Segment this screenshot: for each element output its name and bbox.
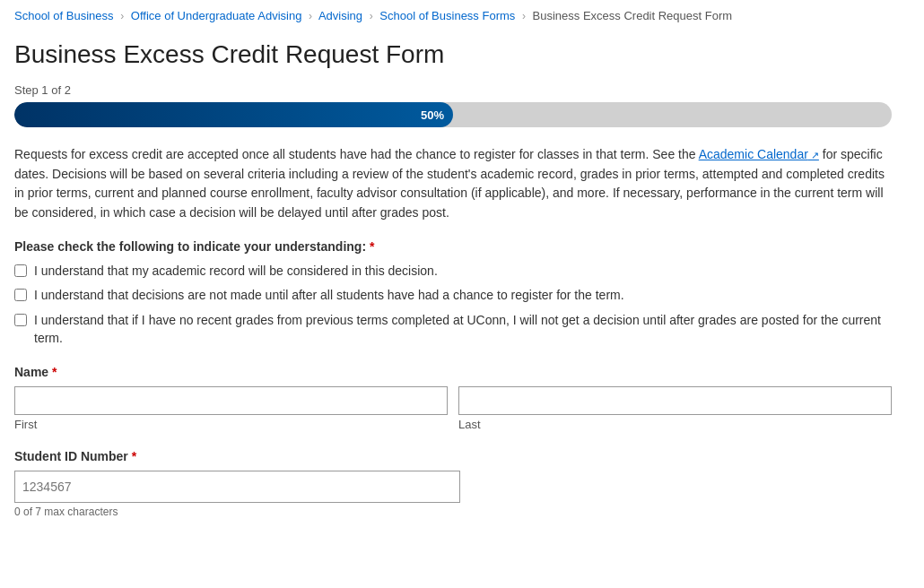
understanding-section: Please check the following to indicate y… — [14, 239, 892, 347]
breadcrumb-link-school[interactable]: School of Business — [14, 9, 114, 22]
char-count: 0 of 7 max characters — [14, 506, 892, 518]
last-name-label: Last — [458, 418, 892, 431]
last-name-group: Last — [458, 386, 892, 431]
checkbox-label-2: I understand that decisions are not made… — [34, 287, 624, 305]
checkbox-item-2[interactable]: I understand that decisions are not made… — [14, 287, 892, 305]
breadcrumb-link-forms[interactable]: School of Business Forms — [379, 9, 515, 22]
step-label: Step 1 of 2 — [14, 83, 892, 97]
student-id-input[interactable] — [14, 471, 460, 503]
progress-bar-label: 50% — [421, 108, 444, 122]
progress-bar-container: 50% — [14, 102, 892, 127]
progress-bar-fill: 50% — [14, 102, 453, 127]
page-title: Business Excess Credit Request Form — [14, 40, 892, 69]
name-field-label: Name * — [14, 365, 892, 379]
first-name-input[interactable] — [14, 386, 448, 415]
academic-calendar-link[interactable]: Academic Calendar — [699, 147, 819, 161]
name-fields-container: First Last — [14, 386, 892, 431]
checkbox-label-3: I understand that if I have no recent gr… — [34, 312, 892, 347]
required-marker-understanding: * — [370, 239, 374, 254]
first-name-label: First — [14, 418, 448, 431]
required-marker-student-id: * — [132, 449, 136, 463]
breadcrumb-link-advising[interactable]: Advising — [318, 9, 362, 22]
name-section: Name * First Last — [14, 365, 892, 431]
breadcrumb-link-advising-office[interactable]: Office of Undergraduate Advising — [131, 9, 302, 22]
breadcrumb-separator-2: › — [309, 10, 312, 22]
description-before-link: Requests for excess credit are accepted … — [14, 147, 699, 161]
breadcrumb-separator-1: › — [120, 10, 124, 22]
checkbox-item-3[interactable]: I understand that if I have no recent gr… — [14, 312, 892, 347]
checkbox-label-1: I understand that my academic record wil… — [34, 263, 438, 281]
first-name-group: First — [14, 386, 448, 431]
description-text: Requests for excess credit are accepted … — [14, 145, 892, 223]
understanding-label: Please check the following to indicate y… — [14, 239, 892, 254]
checkbox-3[interactable] — [14, 314, 27, 326]
checkbox-item-1[interactable]: I understand that my academic record wil… — [14, 263, 892, 281]
breadcrumb-separator-4: › — [522, 10, 526, 22]
last-name-input[interactable] — [458, 386, 892, 415]
student-id-section: Student ID Number * 0 of 7 max character… — [14, 449, 892, 518]
main-content: Business Excess Credit Request Form Step… — [0, 31, 906, 563]
checkbox-2[interactable] — [14, 289, 27, 301]
breadcrumb: School of Business › Office of Undergrad… — [0, 0, 924, 31]
checkbox-1[interactable] — [14, 264, 27, 277]
student-id-label: Student ID Number * — [14, 449, 892, 463]
checkbox-group: I understand that my academic record wil… — [14, 263, 892, 347]
required-marker-name: * — [52, 365, 57, 379]
breadcrumb-separator-3: › — [370, 10, 373, 22]
breadcrumb-current: Business Excess Credit Request Form — [533, 9, 733, 22]
